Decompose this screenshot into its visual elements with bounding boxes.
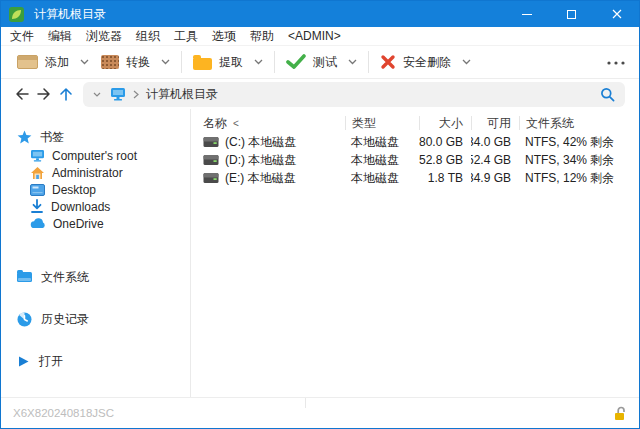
close-icon bbox=[612, 9, 622, 19]
sidebar-item-open[interactable]: 打开 bbox=[1, 352, 190, 370]
sidebar-item-label: 文件系统 bbox=[41, 269, 89, 286]
arrow-right-icon bbox=[36, 87, 52, 101]
table-row-drive-d[interactable]: (D:) 本地磁盘 本地磁盘 152.8 GB 52.4 GB NTFS, 34… bbox=[197, 151, 639, 169]
window-controls bbox=[504, 1, 639, 27]
search-icon bbox=[600, 87, 615, 102]
sidebar-item-desktop[interactable]: Desktop bbox=[1, 181, 190, 198]
home-icon bbox=[30, 166, 45, 180]
maximize-button[interactable] bbox=[549, 1, 594, 27]
main-area: 书签 Computer's root Administrator Desktop bbox=[1, 109, 639, 397]
chevron-down-icon[interactable] bbox=[348, 59, 357, 65]
arrow-up-icon bbox=[59, 86, 73, 102]
menu-bar: 文件 编辑 浏览器 组织 工具 选项 帮助 <ADMIN> bbox=[1, 27, 639, 46]
sidebar: 书签 Computer's root Administrator Desktop bbox=[1, 109, 191, 397]
menu-options[interactable]: 选项 bbox=[212, 28, 236, 45]
column-header-type[interactable]: 类型 bbox=[345, 116, 419, 130]
menu-organize[interactable]: 组织 bbox=[136, 28, 160, 45]
sidebar-item-label: 历史记录 bbox=[41, 311, 89, 328]
column-header-name[interactable]: 名称 < bbox=[197, 116, 345, 130]
app-window: 计算机根目录 文件 编辑 浏览器 组织 工具 选项 帮助 <ADMIN> 添加 … bbox=[0, 0, 640, 429]
history-clock-icon bbox=[17, 312, 32, 327]
drive-size: 152.8 GB bbox=[419, 153, 471, 167]
add-button-label: 添加 bbox=[45, 54, 69, 71]
status-bar: X6X820240818JSC bbox=[1, 397, 639, 428]
download-icon bbox=[30, 199, 44, 214]
minimize-button[interactable] bbox=[504, 1, 549, 27]
sidebar-item-label: OneDrive bbox=[53, 217, 104, 231]
star-icon bbox=[17, 130, 32, 145]
convert-box-icon bbox=[101, 55, 119, 69]
sidebar-item-label: Administrator bbox=[52, 166, 123, 180]
drive-free: 52.4 GB bbox=[471, 153, 519, 167]
computer-icon[interactable] bbox=[110, 87, 126, 101]
chevron-down-icon[interactable] bbox=[254, 59, 263, 65]
menu-file[interactable]: 文件 bbox=[10, 28, 34, 45]
drive-name: (E:) 本地磁盘 bbox=[225, 170, 296, 187]
sidebar-item-label: Desktop bbox=[52, 183, 96, 197]
sidebar-item-administrator[interactable]: Administrator bbox=[1, 164, 190, 181]
sidebar-item-computers-root[interactable]: Computer's root bbox=[1, 147, 190, 164]
table-header: 名称 < 类型 大小 可用 文件系统 bbox=[197, 113, 639, 133]
sidebar-item-history[interactable]: 历史记录 bbox=[1, 310, 190, 328]
sort-indicator-icon: < bbox=[233, 118, 239, 129]
sidebar-bookmarks-header[interactable]: 书签 bbox=[1, 127, 190, 147]
monitor-icon bbox=[30, 149, 45, 162]
sidebar-item-downloads[interactable]: Downloads bbox=[1, 198, 190, 215]
column-header-size[interactable]: 大小 bbox=[419, 116, 471, 130]
menu-tools[interactable]: 工具 bbox=[174, 28, 198, 45]
chevron-down-icon[interactable] bbox=[161, 59, 170, 65]
breadcrumb-path[interactable]: 计算机根目录 bbox=[146, 86, 218, 103]
close-button[interactable] bbox=[594, 1, 639, 27]
play-icon bbox=[17, 355, 30, 368]
add-button[interactable]: 添加 bbox=[11, 49, 95, 75]
table-row-drive-e[interactable]: (E:) 本地磁盘 本地磁盘 1.8 TB 234.9 GB NTFS, 12%… bbox=[197, 169, 639, 187]
test-button[interactable]: 测试 bbox=[280, 49, 363, 75]
chevron-down-icon[interactable] bbox=[80, 59, 89, 65]
forward-button[interactable] bbox=[33, 82, 55, 106]
test-check-icon bbox=[286, 54, 306, 70]
drive-free: 34.0 GB bbox=[471, 135, 519, 149]
column-header-free[interactable]: 可用 bbox=[471, 116, 519, 130]
hard-drive-icon bbox=[203, 172, 219, 184]
chevron-down-icon[interactable] bbox=[93, 92, 101, 97]
unlocked-padlock-icon[interactable] bbox=[613, 406, 627, 421]
extract-button[interactable]: 提取 bbox=[187, 49, 269, 75]
sidebar-item-filesystem[interactable]: 文件系统 bbox=[1, 268, 190, 286]
drive-filesystem: NTFS, 12% 剩余 bbox=[519, 170, 639, 187]
drive-size: 1.8 TB bbox=[419, 171, 471, 185]
back-button[interactable] bbox=[11, 82, 33, 106]
menu-admin-indicator: <ADMIN> bbox=[288, 29, 341, 43]
desktop-icon bbox=[30, 184, 45, 196]
minimize-icon bbox=[522, 14, 532, 15]
drive-type: 本地磁盘 bbox=[345, 134, 419, 151]
maximize-icon bbox=[567, 10, 576, 19]
blue-folder-icon bbox=[17, 272, 32, 282]
column-header-filesystem[interactable]: 文件系统 bbox=[519, 116, 639, 130]
table-row-drive-c[interactable]: (C:) 本地磁盘 本地磁盘 80.0 GB 34.0 GB NTFS, 42%… bbox=[197, 133, 639, 151]
drive-name: (C:) 本地磁盘 bbox=[225, 134, 296, 151]
app-logo-icon[interactable] bbox=[9, 7, 24, 22]
ellipsis-icon bbox=[607, 61, 625, 65]
breadcrumb[interactable]: 计算机根目录 bbox=[83, 82, 625, 107]
sidebar-bookmarks-label: 书签 bbox=[40, 129, 64, 146]
toolbar: 添加 转换 提取 测试 安全删除 bbox=[1, 46, 639, 79]
navigation-bar: 计算机根目录 bbox=[1, 79, 639, 109]
more-options-button[interactable] bbox=[607, 57, 625, 67]
sidebar-item-label: 打开 bbox=[39, 353, 63, 370]
menu-edit[interactable]: 编辑 bbox=[48, 28, 72, 45]
drive-size: 80.0 GB bbox=[419, 135, 471, 149]
sidebar-item-onedrive[interactable]: OneDrive bbox=[1, 215, 190, 232]
secure-delete-icon bbox=[380, 54, 396, 70]
drive-type: 本地磁盘 bbox=[345, 152, 419, 169]
toolbar-separator bbox=[368, 51, 369, 73]
chevron-down-icon[interactable] bbox=[462, 59, 471, 65]
up-button[interactable] bbox=[55, 82, 77, 106]
search-button[interactable] bbox=[600, 87, 615, 102]
menu-browser[interactable]: 浏览器 bbox=[86, 28, 122, 45]
sidebar-item-label: Downloads bbox=[51, 200, 110, 214]
secure-delete-button[interactable]: 安全删除 bbox=[374, 49, 477, 75]
hard-drive-icon bbox=[203, 136, 219, 148]
menu-help[interactable]: 帮助 bbox=[250, 28, 274, 45]
file-list-panel: 名称 < 类型 大小 可用 文件系统 (C:) 本地磁盘 本地磁盘 80.0 G… bbox=[191, 109, 639, 397]
convert-button[interactable]: 转换 bbox=[95, 49, 176, 75]
